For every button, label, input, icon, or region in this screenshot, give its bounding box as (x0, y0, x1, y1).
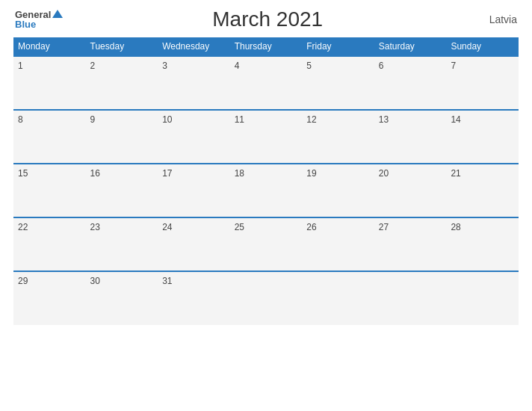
week-row-4: 22232425262728 (13, 217, 519, 271)
calendar-cell: 25 (230, 217, 303, 271)
calendar-cell: 2 (86, 56, 158, 110)
day-number: 25 (235, 222, 244, 232)
day-number: 16 (90, 168, 100, 179)
calendar-cell: 5 (302, 56, 374, 110)
day-number: 2 (90, 61, 96, 71)
day-number: 4 (235, 61, 240, 71)
logo: General Blue (15, 10, 63, 29)
country-label: Latvia (472, 13, 517, 25)
day-number: 27 (379, 222, 389, 232)
day-number: 24 (162, 222, 172, 232)
month-title: March 2021 (63, 7, 472, 31)
weekday-header-wednesday: Wednesday (158, 37, 230, 56)
calendar-cell: 13 (374, 110, 447, 164)
day-number: 3 (162, 61, 167, 71)
day-number: 20 (379, 168, 389, 179)
calendar-header: General Blue March 2021 Latvia (13, 7, 519, 31)
day-number: 6 (379, 61, 384, 71)
calendar-cell: 31 (158, 271, 230, 325)
calendar-thead: MondayTuesdayWednesdayThursdayFridaySatu… (13, 37, 519, 56)
calendar-cell: 20 (374, 164, 447, 217)
calendar-container: General Blue March 2021 Latvia MondayTue… (0, 0, 532, 411)
logo-blue-text: Blue (15, 19, 36, 29)
calendar-cell: 3 (158, 56, 230, 110)
calendar-cell: 19 (302, 164, 374, 217)
day-number: 30 (90, 276, 100, 286)
weekday-header-tuesday: Tuesday (86, 37, 158, 56)
day-number: 1 (18, 61, 23, 71)
day-number: 21 (451, 168, 460, 179)
day-number: 10 (162, 114, 172, 125)
week-row-1: 1234567 (13, 56, 519, 110)
calendar-cell: 21 (446, 164, 519, 217)
calendar-cell: 18 (230, 164, 303, 217)
calendar-cell: 27 (374, 217, 447, 271)
calendar-tbody: 1234567891011121314151617181920212223242… (13, 56, 519, 325)
day-number: 19 (306, 168, 316, 179)
day-number: 26 (306, 222, 316, 232)
calendar-cell: 30 (86, 271, 158, 325)
calendar-cell: 29 (13, 271, 86, 325)
weekday-header-monday: Monday (13, 37, 86, 56)
weekday-header-sunday: Sunday (446, 37, 519, 56)
day-number: 23 (90, 222, 100, 232)
calendar-table: MondayTuesdayWednesdayThursdayFridaySatu… (13, 37, 519, 325)
calendar-cell (302, 271, 374, 325)
weekday-header-row: MondayTuesdayWednesdayThursdayFridaySatu… (13, 37, 519, 56)
calendar-cell: 12 (302, 110, 374, 164)
weekday-header-thursday: Thursday (230, 37, 303, 56)
day-number: 5 (306, 61, 312, 71)
calendar-cell (446, 271, 519, 325)
calendar-cell: 7 (446, 56, 519, 110)
calendar-cell: 14 (446, 110, 519, 164)
calendar-cell: 16 (86, 164, 158, 217)
weekday-header-friday: Friday (302, 37, 374, 56)
day-number: 8 (18, 114, 23, 125)
day-number: 17 (162, 168, 172, 179)
calendar-cell: 28 (446, 217, 519, 271)
calendar-cell: 8 (13, 110, 86, 164)
weekday-header-saturday: Saturday (374, 37, 447, 56)
day-number: 14 (451, 114, 460, 125)
calendar-cell (374, 271, 447, 325)
day-number: 22 (18, 222, 28, 232)
logo-triangle-icon (52, 10, 63, 18)
week-row-5: 293031 (13, 271, 519, 325)
day-number: 11 (235, 114, 244, 125)
week-row-3: 15161718192021 (13, 164, 519, 217)
day-number: 29 (18, 276, 28, 286)
day-number: 31 (162, 276, 172, 286)
calendar-cell: 17 (158, 164, 230, 217)
calendar-cell (230, 271, 303, 325)
calendar-cell: 6 (374, 56, 447, 110)
day-number: 15 (18, 168, 28, 179)
calendar-cell: 26 (302, 217, 374, 271)
day-number: 18 (235, 168, 244, 179)
calendar-cell: 9 (86, 110, 158, 164)
calendar-cell: 11 (230, 110, 303, 164)
calendar-cell: 10 (158, 110, 230, 164)
day-number: 12 (306, 114, 316, 125)
day-number: 9 (90, 114, 96, 125)
calendar-cell: 1 (13, 56, 86, 110)
calendar-cell: 15 (13, 164, 86, 217)
day-number: 13 (379, 114, 389, 125)
calendar-cell: 24 (158, 217, 230, 271)
calendar-cell: 23 (86, 217, 158, 271)
calendar-cell: 22 (13, 217, 86, 271)
day-number: 7 (451, 61, 456, 71)
calendar-cell: 4 (230, 56, 303, 110)
day-number: 28 (451, 222, 460, 232)
week-row-2: 891011121314 (13, 110, 519, 164)
